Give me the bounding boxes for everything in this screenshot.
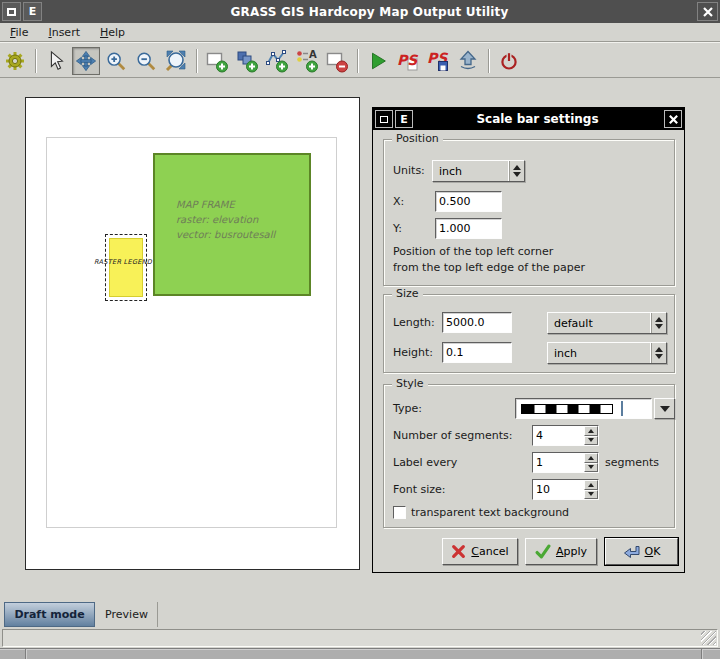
upload-arrow-icon xyxy=(456,49,480,73)
add-map-frame-button[interactable] xyxy=(203,47,231,75)
menu-insert[interactable]: Insert xyxy=(38,24,90,41)
font-size-spinbox[interactable] xyxy=(532,479,599,500)
window-bottom-handle[interactable] xyxy=(0,648,720,659)
spin-up-button[interactable] xyxy=(584,426,598,436)
combo-arrows-icon xyxy=(651,343,666,363)
handle-notch xyxy=(25,649,26,659)
length-input[interactable] xyxy=(442,312,512,333)
toolbar-separator xyxy=(196,49,197,73)
handle-notch xyxy=(701,649,702,659)
zoom-to-page-button[interactable] xyxy=(162,47,190,75)
spin-down-button[interactable] xyxy=(584,490,598,500)
open-in-viewer-button[interactable] xyxy=(454,47,482,75)
ok-button-label: OK xyxy=(645,545,661,558)
postscript-save-icon: PS xyxy=(426,49,450,73)
position-hint-line2: from the top left edge of the paper xyxy=(393,261,585,274)
paper-sheet[interactable]: MAP FRAME raster: elevation vector: busr… xyxy=(25,97,360,570)
window-menu-button[interactable] xyxy=(2,2,21,21)
spin-down-button[interactable] xyxy=(584,463,598,473)
units-combobox[interactable]: inch xyxy=(432,160,525,182)
segments-spinbox[interactable] xyxy=(532,425,599,446)
toolbar: A PS PS xyxy=(0,44,720,78)
combo-arrows-icon xyxy=(509,161,524,181)
length-units-combobox[interactable]: default xyxy=(547,312,667,334)
spin-up-button[interactable] xyxy=(584,453,598,463)
mode-tabstrip: Draft mode Preview xyxy=(0,600,720,628)
dialog-close-button[interactable] xyxy=(664,110,682,128)
svg-text:PS: PS xyxy=(397,52,418,68)
segments-input[interactable] xyxy=(533,426,584,445)
pointer-button[interactable] xyxy=(42,47,70,75)
add-vector-map-button[interactable] xyxy=(263,47,291,75)
font-size-input[interactable] xyxy=(533,480,584,499)
scalebar-type-combobox[interactable] xyxy=(515,398,652,419)
height-units-combobox[interactable]: inch xyxy=(547,342,667,364)
add-raster-map-icon xyxy=(235,49,259,73)
label-every-input[interactable] xyxy=(533,453,584,472)
units-value: inch xyxy=(433,165,509,178)
menu-file[interactable]: File xyxy=(0,24,38,41)
ok-button[interactable]: OK xyxy=(605,538,678,565)
add-raster-map-button[interactable] xyxy=(233,47,261,75)
units-label: Units: xyxy=(393,164,425,177)
statusbar xyxy=(2,629,718,647)
raster-legend-element[interactable] xyxy=(109,238,143,297)
zoom-to-page-icon xyxy=(164,49,188,73)
pan-icon xyxy=(75,50,97,72)
toolbar-separator xyxy=(35,49,36,73)
x-input[interactable] xyxy=(435,191,502,212)
generate-postscript-button[interactable]: PS xyxy=(394,47,422,75)
menu-help[interactable]: Help xyxy=(90,24,135,41)
add-map-frame-icon xyxy=(205,49,229,73)
tab-preview[interactable]: Preview xyxy=(96,602,158,627)
page-settings-button[interactable] xyxy=(1,47,29,75)
x-label: X: xyxy=(393,195,404,208)
type-label: Type: xyxy=(393,402,422,415)
scalebar-type-dropdown-button[interactable] xyxy=(654,398,675,419)
spin-up-button[interactable] xyxy=(584,480,598,490)
segments-label: Number of segments: xyxy=(393,429,512,442)
map-frame-element[interactable]: MAP FRAME raster: elevation vector: busr… xyxy=(153,153,311,296)
style-group: Style Type: Number of segments: xyxy=(383,384,675,528)
scalebar-preview-icon xyxy=(521,404,613,414)
map-frame-vector: vector: busroutesall xyxy=(176,227,275,242)
spin-down-button[interactable] xyxy=(584,436,598,446)
apply-button[interactable]: Apply xyxy=(525,538,597,565)
pan-button[interactable] xyxy=(72,47,100,75)
tab-draft-mode[interactable]: Draft mode xyxy=(4,602,95,627)
map-frame-title: MAP FRAME xyxy=(176,197,275,212)
add-map-elements-button[interactable]: A xyxy=(293,47,321,75)
transparent-background-label: transparent text background xyxy=(411,506,569,519)
label-every-suffix: segments xyxy=(605,456,659,469)
map-frame-text: MAP FRAME raster: elevation vector: busr… xyxy=(176,197,275,242)
dialog-titlebar[interactable]: E Scale bar settings xyxy=(373,108,684,130)
selection-marquee[interactable] xyxy=(105,234,147,301)
resize-grip[interactable] xyxy=(701,631,716,645)
dialog-menu-button[interactable] xyxy=(375,110,393,128)
save-postscript-button[interactable]: PS xyxy=(424,47,452,75)
transparent-background-checkbox[interactable] xyxy=(393,506,406,519)
y-input[interactable] xyxy=(435,218,502,239)
toolbar-separator xyxy=(488,49,489,73)
height-input[interactable] xyxy=(442,342,512,363)
window-close-button[interactable] xyxy=(697,2,718,21)
close-icon xyxy=(702,6,714,18)
generate-preview-button[interactable] xyxy=(364,47,392,75)
menubar: File Insert Help xyxy=(0,23,720,43)
position-hint-line1: Position of the top left corner xyxy=(393,245,553,258)
window-e-button[interactable]: E xyxy=(23,2,42,21)
size-group-legend: Size xyxy=(392,287,423,300)
label-every-spinbox[interactable] xyxy=(532,452,599,473)
window-title: GRASS GIS Hardcopy Map Output Utility xyxy=(42,5,697,19)
zoom-in-button[interactable] xyxy=(102,47,130,75)
svg-text:A: A xyxy=(309,49,317,60)
delete-element-icon xyxy=(325,49,349,73)
cancel-button[interactable]: Cancel xyxy=(442,538,518,565)
height-units-value: inch xyxy=(548,347,651,360)
length-label: Length: xyxy=(393,316,435,329)
delete-selected-button[interactable] xyxy=(323,47,351,75)
gear-icon xyxy=(3,49,27,73)
zoom-out-button[interactable] xyxy=(132,47,160,75)
quit-button[interactable] xyxy=(495,47,523,75)
dialog-e-button[interactable]: E xyxy=(395,110,413,128)
